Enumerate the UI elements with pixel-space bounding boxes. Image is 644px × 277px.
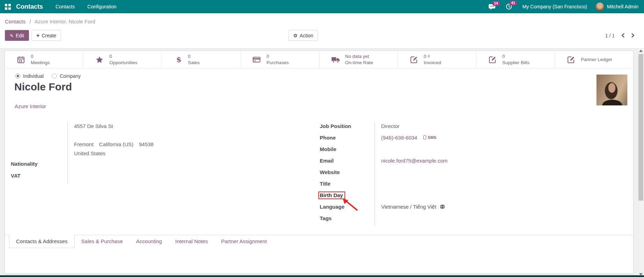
edit-note-icon — [567, 55, 576, 64]
purchases-stat-button[interactable]: 0Purchases — [240, 51, 319, 68]
tab-internal-notes[interactable]: Internal Notes — [169, 235, 214, 248]
dollar-icon: $ — [174, 55, 183, 64]
address-column: 4557 De Silva St FremontCalifornia (US)9… — [11, 122, 318, 184]
contact-photo — [596, 74, 628, 106]
partner-ledger-stat-button[interactable]: Partner Ledger — [555, 51, 633, 68]
radio-individual[interactable]: Individual — [15, 73, 44, 79]
street2-value — [67, 133, 318, 141]
ontime-rate-stat-button[interactable]: No data yetOn-time Rate — [319, 51, 398, 68]
tab-contacts-addresses[interactable]: Contacts & Addresses — [9, 235, 75, 248]
company-switcher[interactable]: My Company (San Francisco) — [523, 4, 587, 9]
stat-button-row: 0Meetings 0Opportunities $ 0Sales 0Purch… — [5, 51, 633, 68]
parent-company-link[interactable]: Azure Interior — [15, 103, 46, 109]
edit-note-icon — [410, 55, 419, 64]
language-value: Vietnamese / Tiếng Việt — [381, 204, 436, 210]
nationality-value — [67, 160, 318, 172]
mobile-phone-icon — [423, 135, 426, 140]
breadcrumb: Contacts / Azure Interior, Nicole Ford — [5, 18, 95, 24]
nationality-label: Nationality — [11, 160, 67, 172]
scroll-up-icon[interactable] — [639, 50, 643, 52]
job-position-label: Job Position — [320, 122, 375, 134]
app-title[interactable]: Contacts — [16, 3, 43, 10]
pager: 1 / 1 — [605, 30, 635, 41]
odoo-contact-form-page: Contacts Contacts Configuration 14 41 My… — [0, 0, 644, 277]
tab-accounting[interactable]: Accounting — [129, 235, 169, 248]
website-value — [375, 169, 571, 180]
pager-value: 1 / 1 — [605, 33, 615, 38]
edit-note-icon — [488, 55, 497, 64]
gear-icon — [293, 33, 298, 38]
contact-name: Nicole Ford — [14, 81, 72, 93]
sales-stat-button[interactable]: $ 0Sales — [162, 51, 240, 68]
opportunities-count: 0 — [109, 53, 137, 60]
email-link[interactable]: nicole.ford75@example.com — [381, 158, 447, 164]
title-value — [375, 180, 571, 192]
vat-label: VAT — [11, 172, 67, 184]
user-menu[interactable]: Mitchell Admin — [607, 4, 638, 9]
notebook-tabs: Contacts & Addresses Sales & Purchase Ac… — [5, 235, 633, 248]
messages-icon[interactable]: 14 — [489, 4, 495, 10]
sms-button[interactable]: SMS — [423, 135, 436, 140]
globe-icon — [440, 204, 445, 209]
radio-individual-dot[interactable] — [15, 74, 20, 78]
activities-clock-icon[interactable]: 41 — [506, 3, 512, 10]
city-value: Fremont — [74, 141, 94, 147]
svg-text:$: $ — [176, 55, 182, 64]
pager-next-icon[interactable] — [631, 33, 635, 38]
vat-value — [67, 172, 318, 184]
bottom-edge-bar — [0, 275, 644, 277]
supplier-bills-stat-button[interactable]: 0Supplier Bills — [476, 51, 555, 68]
city-state-zip-row: FremontCalifornia (US)94538 — [67, 141, 318, 150]
user-avatar[interactable] — [595, 2, 604, 11]
star-icon — [95, 55, 104, 64]
state-value: California (US) — [99, 141, 133, 147]
truck-icon — [331, 55, 340, 64]
opportunities-stat-button[interactable]: 0Opportunities — [83, 51, 162, 68]
purchases-count: 0 — [266, 53, 289, 60]
company-type-selector: Individual Company — [15, 73, 81, 79]
tab-sales-purchase[interactable]: Sales & Purchase — [75, 235, 129, 248]
create-button[interactable]: Create — [31, 30, 61, 41]
title-label: Title — [320, 180, 375, 192]
meetings-stat-button[interactable]: 0Meetings — [5, 51, 83, 68]
edit-button[interactable]: Edit — [5, 30, 29, 41]
phone-link[interactable]: (946)-638-6034 — [381, 135, 417, 141]
apps-menu-icon[interactable] — [5, 4, 11, 10]
breadcrumb-separator: / — [29, 18, 31, 24]
street-value: 4557 De Silva St — [67, 122, 318, 133]
pager-previous-icon[interactable] — [621, 33, 625, 38]
ontime-rate-value: No data yet — [345, 53, 373, 60]
tags-value — [375, 215, 571, 226]
mobile-value — [375, 145, 571, 157]
action-button[interactable]: Action — [288, 30, 318, 41]
birth-day-label-highlighted: Birth Day — [318, 192, 345, 199]
vertical-scrollbar[interactable] — [638, 48, 644, 277]
language-label: Language — [320, 203, 375, 215]
mobile-label: Mobile — [320, 145, 375, 157]
top-navbar: Contacts Contacts Configuration 14 41 My… — [0, 0, 644, 13]
breadcrumb-current: Azure Interior, Nicole Ford — [35, 18, 95, 24]
menu-configuration[interactable]: Configuration — [87, 4, 116, 9]
meetings-count: 0 — [31, 53, 50, 60]
country-value: United States — [67, 150, 318, 160]
breadcrumb-contacts-link[interactable]: Contacts — [5, 18, 25, 24]
tags-label: Tags — [320, 215, 375, 226]
pencil-icon — [10, 33, 14, 38]
radio-company[interactable]: Company — [52, 73, 81, 79]
menu-contacts[interactable]: Contacts — [55, 4, 75, 9]
radio-company-dot[interactable] — [52, 74, 57, 78]
control-panel: Contacts / Azure Interior, Nicole Ford E… — [0, 13, 644, 48]
form-sheet: 0Meetings 0Opportunities $ 0Sales 0Purch… — [5, 51, 634, 274]
email-label: Email — [320, 157, 375, 169]
tab-partner-assignment[interactable]: Partner Assignment — [214, 235, 273, 248]
invoiced-stat-button[interactable]: 0 ₫Invoiced — [398, 51, 476, 68]
messages-badge: 14 — [492, 1, 500, 6]
zip-value: 94538 — [139, 141, 154, 147]
plus-icon — [36, 32, 39, 39]
scrollbar-thumb[interactable] — [638, 54, 643, 201]
sales-count: 0 — [188, 53, 200, 60]
details-column: Job PositionDirector Phone(946)-638-6034… — [320, 122, 571, 226]
birth-day-value — [375, 192, 571, 203]
calendar-icon — [17, 55, 26, 64]
website-label: Website — [320, 169, 375, 180]
